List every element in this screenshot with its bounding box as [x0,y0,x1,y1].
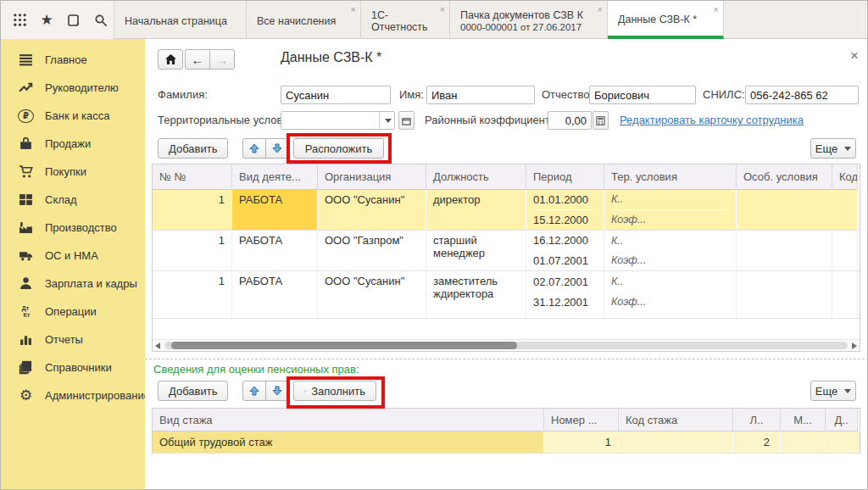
move-up-button[interactable] [242,381,266,401]
back-button[interactable]: ← [185,49,210,70]
coefficient-input[interactable] [548,111,592,130]
cell-months[interactable] [781,432,826,453]
column-header[interactable]: М... [781,409,826,432]
cell-kind[interactable]: РАБОТА [232,190,318,230]
cell-special[interactable] [737,190,832,230]
tab-close-icon[interactable]: × [351,5,356,14]
close-form-icon[interactable]: × [850,48,859,63]
sidebar-item-payroll[interactable]: Зарплата и кадры [1,270,145,298]
column-header[interactable]: Номер ... [544,409,619,432]
fill-button[interactable]: Заполнить [293,381,376,401]
cell-period[interactable]: 16.12.2000 01.07.2001 [526,231,604,270]
sidebar-item-fixed-assets[interactable]: ОС и НМА [1,242,145,270]
move-down-button[interactable] [265,381,289,401]
middlename-input[interactable] [589,86,696,104]
tab-home[interactable]: Начальная страница [114,1,247,39]
chevron-down-icon[interactable] [379,112,394,129]
column-header[interactable]: Код [832,164,858,190]
scrollbar-thumb[interactable] [171,342,517,349]
more-button-top[interactable]: Еще [810,138,856,159]
main-menu-icon[interactable] [9,10,30,31]
column-header[interactable]: Л.. [733,409,781,432]
add-button-top[interactable]: Добавить [158,138,228,159]
column-header[interactable]: Организация [318,164,426,190]
sidebar-item-manager[interactable]: Руководителю [1,74,145,102]
sidebar-item-main[interactable]: Главное [1,46,145,74]
forward-button[interactable]: → [209,49,235,70]
tab-accruals[interactable]: Все начисления × [247,1,361,39]
cell-org[interactable]: ООО "Сусанин" [318,190,426,230]
sidebar-item-purchases[interactable]: Покупки [1,158,145,186]
favorites-star-icon[interactable]: ★ [36,10,57,31]
sidebar-item-directories[interactable]: Справочники [1,354,145,381]
tab-close-icon[interactable]: × [714,5,719,14]
table-row[interactable]: Общий трудовой стаж 1 2 [153,432,860,454]
column-header[interactable]: Вид деяте... [232,164,318,190]
lastname-input[interactable] [281,86,391,104]
cell-stage-kind[interactable]: Общий трудовой стаж [153,432,544,453]
sidebar-item-administration[interactable]: ⚙ Администрирование [1,381,145,409]
cell-ter[interactable]: К.. Коэф... [604,231,737,270]
cell-org[interactable]: ООО "Сусанин" [318,271,426,318]
column-header[interactable]: Код стажа [619,409,733,432]
sidebar-item-operations[interactable]: Дт Кт Операции [1,298,145,326]
cell-period[interactable]: 01.01.2000 15.12.2000 [526,190,604,230]
home-button[interactable] [158,49,183,70]
cell-kind[interactable]: РАБОТА [232,231,318,270]
calculator-button[interactable] [593,111,609,130]
cell-num[interactable]: 1 [153,271,232,318]
column-header[interactable]: Вид стажа [153,409,544,432]
cell-code[interactable] [832,231,858,270]
column-header[interactable]: Особ. условия [737,164,832,190]
column-header[interactable]: Период [526,164,604,190]
table-row[interactable]: 1 РАБОТА ООО "Газпром" старший менеджер … [153,231,860,271]
sidebar-item-reports[interactable]: Отчеты [1,326,145,354]
cell-code[interactable] [832,271,858,318]
cell-kind[interactable]: РАБОТА [232,271,318,318]
territorial-choose-button[interactable] [398,111,415,130]
tab-document-pack[interactable]: Пачка документов СЗВ К 0000-000001 от 27… [450,1,608,39]
sidebar-item-warehouse[interactable]: Склад [1,186,145,214]
tab-close-icon[interactable]: × [598,5,603,14]
tab-1c-reporting[interactable]: 1С-Отчетность × [361,1,450,39]
cell-position[interactable]: директор [426,190,526,230]
cell-stage-code[interactable] [619,432,733,453]
cell-code[interactable] [832,190,858,230]
cell-special[interactable] [737,271,832,318]
column-header[interactable]: Тер. условия [604,164,737,190]
sidebar-item-production[interactable]: Производство [1,214,145,242]
cell-ter[interactable]: К.. Коэф... [604,190,737,230]
column-header[interactable]: Д.. [826,409,858,432]
history-icon[interactable] [64,10,84,31]
tab-close-icon[interactable]: × [440,5,445,14]
cell-number[interactable]: 1 [544,432,619,453]
cell-special[interactable] [737,231,832,270]
cell-days[interactable] [826,432,858,453]
cell-ter[interactable]: К.. Коэф... [604,271,737,318]
move-down-button[interactable] [265,138,289,159]
splitter[interactable] [145,359,868,359]
cell-years[interactable]: 2 [733,432,781,453]
territorial-input[interactable] [281,112,379,129]
more-button-bottom[interactable]: Еще [810,381,856,401]
arrange-button[interactable]: Расположить [293,138,384,159]
add-button-bottom[interactable]: Добавить [158,381,228,401]
snils-input[interactable] [745,86,859,104]
table-row[interactable]: 1 РАБОТА ООО "Сусанин" директор 01.01.20… [153,190,860,231]
scrollbar-track[interactable] [164,342,848,349]
sidebar-item-bank[interactable]: ₽ Банк и касса [1,102,145,130]
table-row[interactable]: 1 РАБОТА ООО "Сусанин" заместитель ждире… [153,271,860,319]
cell-org[interactable]: ООО "Газпром" [318,231,426,270]
cell-period[interactable]: 02.07.2001 31.12.2001 [526,271,604,318]
edit-employee-link[interactable]: Редактировать карточку сотрудника [620,114,804,126]
scroll-left-icon[interactable] [155,342,160,349]
cell-position[interactable]: заместитель ждиректора [426,271,526,318]
cell-num[interactable]: 1 [153,231,232,270]
cell-num[interactable]: 1 [153,190,232,230]
horizontal-scrollbar[interactable] [153,339,860,351]
column-header[interactable]: № № [153,164,232,190]
firstname-input[interactable] [426,86,535,104]
search-icon[interactable] [91,10,111,31]
column-header[interactable]: Должность [426,164,526,190]
move-up-button[interactable] [242,138,266,159]
